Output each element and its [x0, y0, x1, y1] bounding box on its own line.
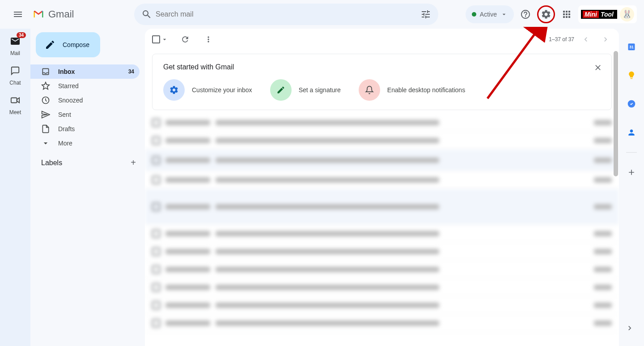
get-started-title: Get started with Gmail [163, 63, 601, 71]
chevron-right-icon [601, 35, 610, 44]
email-list[interactable] [145, 114, 619, 346]
gs-signature[interactable]: Set a signature [270, 79, 341, 101]
main-content: 1–37 of 37 Get started with Gmail Custom… [145, 29, 619, 346]
status-label: Active [480, 11, 497, 18]
search-bar[interactable] [134, 4, 438, 25]
right-panel: 31 [619, 29, 644, 346]
email-row[interactable] [145, 296, 619, 314]
more-vert-icon [204, 35, 213, 44]
search-button[interactable] [138, 5, 156, 23]
email-row[interactable] [145, 243, 619, 261]
refresh-button[interactable] [177, 31, 193, 47]
sidebar-item-snoozed[interactable]: Snoozed [30, 93, 140, 107]
minitool-logo: MiniTool [581, 10, 617, 19]
rail-meet[interactable]: Meet [3, 91, 28, 117]
gs-notifications[interactable]: Enable desktop notifications [359, 79, 465, 101]
search-input[interactable] [156, 10, 417, 18]
pencil-icon [45, 39, 55, 50]
email-row[interactable] [145, 189, 619, 225]
email-row[interactable] [145, 261, 619, 278]
calendar-app[interactable]: 31 [623, 38, 640, 56]
pagination-text: 1–37 of 37 [549, 36, 574, 43]
gs-customize-text: Customize your inbox [192, 86, 252, 94]
chat-icon [10, 66, 20, 76]
more-label: More [58, 140, 72, 147]
sidebar-item-inbox[interactable]: Inbox 34 [30, 64, 140, 79]
status-chip[interactable]: Active [466, 5, 514, 23]
gmail-logo[interactable]: Gmail [32, 8, 131, 21]
sidebar-item-drafts[interactable]: Drafts [30, 122, 140, 136]
gs-customize[interactable]: Customize your inbox [163, 79, 252, 101]
svg-text:31: 31 [629, 45, 634, 49]
plus-icon [627, 168, 636, 177]
inbox-icon [41, 67, 50, 76]
email-row[interactable] [145, 314, 619, 332]
clock-icon [41, 96, 50, 105]
labels-title: Labels [41, 159, 62, 167]
chevron-left-icon [581, 35, 590, 44]
main-menu-button[interactable] [7, 4, 29, 25]
chevron-down-icon [41, 139, 50, 148]
header: Gmail Active MiniTool 🐰 [0, 0, 644, 29]
email-row[interactable] [145, 114, 619, 132]
file-icon [41, 124, 50, 133]
email-row[interactable] [145, 225, 619, 243]
contacts-app[interactable] [623, 124, 640, 141]
add-label-button[interactable]: + [131, 158, 136, 168]
add-app-button[interactable] [623, 163, 640, 181]
inbox-label: Inbox [58, 68, 75, 75]
mail-badge: 34 [17, 32, 26, 38]
email-row[interactable] [145, 171, 619, 189]
email-row[interactable] [145, 150, 619, 171]
help-icon [520, 9, 531, 20]
sent-label: Sent [58, 111, 71, 118]
contacts-icon [627, 128, 636, 137]
email-row[interactable] [145, 278, 619, 296]
drafts-label: Drafts [58, 125, 75, 132]
status-dot-icon [472, 12, 476, 17]
apps-button[interactable] [558, 5, 576, 23]
expand-side-panel[interactable] [621, 319, 639, 337]
sidebar-item-sent[interactable]: Sent [30, 107, 140, 122]
gear-icon [541, 9, 551, 20]
keep-icon [627, 71, 636, 80]
apps-icon [561, 9, 572, 20]
keep-app[interactable] [623, 66, 640, 84]
tasks-app[interactable] [623, 95, 640, 113]
left-rail: 34 Mail Chat Meet [0, 29, 30, 346]
search-options-button[interactable] [417, 5, 435, 23]
tasks-icon [627, 99, 636, 108]
bell-icon [365, 85, 374, 94]
pen-icon [276, 85, 285, 94]
sidebar-item-more[interactable]: More [30, 136, 140, 150]
rail-mail-label: Mail [10, 50, 20, 56]
rail-mail[interactable]: 34 Mail [3, 32, 28, 58]
support-button[interactable] [517, 5, 534, 23]
calendar-icon: 31 [627, 42, 636, 51]
select-all-checkbox[interactable] [150, 34, 170, 45]
dropdown-icon [161, 36, 168, 43]
gs-signature-text: Set a signature [299, 86, 341, 94]
toolbar: 1–37 of 37 [145, 29, 619, 50]
next-page-button[interactable] [597, 31, 614, 47]
labels-header: Labels + [30, 150, 145, 171]
avatar[interactable]: 🐰 [620, 7, 634, 21]
gear-icon [169, 85, 179, 95]
rail-chat[interactable]: Chat [3, 62, 28, 88]
close-get-started-button[interactable] [592, 61, 604, 74]
chevron-down-icon [500, 11, 508, 18]
brand-box[interactable]: MiniTool 🐰 [578, 5, 637, 23]
toolbar-right: 1–37 of 37 [549, 31, 614, 47]
send-icon [41, 110, 50, 119]
gmail-icon [32, 8, 45, 21]
settings-button[interactable] [537, 5, 555, 23]
search-icon [141, 9, 152, 20]
compose-button[interactable]: Compose [36, 32, 100, 57]
sidebar: Compose Inbox 34 Starred Snoozed Sent Dr… [30, 29, 145, 346]
scrollbar[interactable] [613, 50, 619, 346]
more-options-button[interactable] [200, 31, 216, 47]
prev-page-button[interactable] [578, 31, 594, 47]
sidebar-item-starred[interactable]: Starred [30, 79, 140, 93]
email-row[interactable] [145, 132, 619, 150]
meet-icon [10, 95, 20, 105]
